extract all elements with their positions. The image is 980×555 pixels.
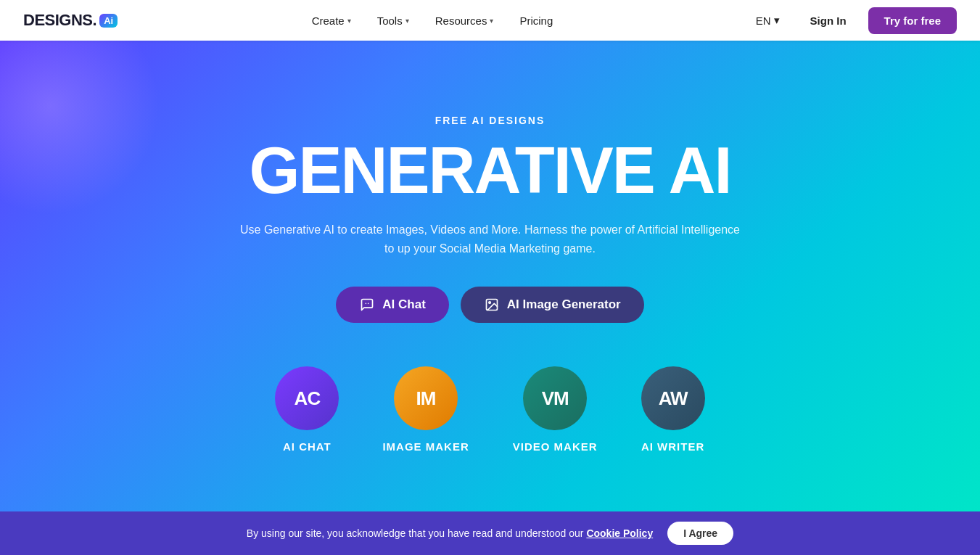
chevron-down-icon: ▾ [405,17,409,25]
nav-resources[interactable]: Resources ▾ [425,10,504,31]
logo-text: DESIGNS. [23,11,96,30]
svg-rect-1 [368,303,369,305]
ai-image-generator-button[interactable]: AI Image Generator [461,287,644,323]
svg-point-3 [489,302,491,304]
hero-buttons: AI Chat AI Image Generator [336,287,643,323]
image-icon [484,297,500,313]
tool-circle-vm: VM [523,366,587,430]
logo-badge: Ai [99,14,118,28]
nav-right: EN ▾ Sign In Try for free [747,7,957,34]
hero-description: Use Generative AI to create Images, Vide… [236,221,744,258]
tool-label-im: IMAGE MAKER [382,440,469,453]
tool-label-aw: AI WRITER [641,440,704,453]
svg-rect-0 [366,303,367,305]
tool-image-maker[interactable]: IM IMAGE MAKER [382,366,469,453]
tool-label-vm: VIDEO MAKER [513,440,598,453]
chevron-down-icon: ▾ [774,14,780,27]
tool-ai-chat[interactable]: AC AI CHAT [275,366,339,453]
tool-circle-im: IM [394,366,458,430]
navbar: DESIGNS. Ai Create ▾ Tools ▾ Resources ▾… [0,0,980,41]
chevron-down-icon: ▾ [490,17,493,25]
language-selector[interactable]: EN ▾ [747,9,788,31]
chat-icon [359,297,375,313]
signin-button[interactable]: Sign In [797,9,860,33]
tool-label-ac: AI CHAT [283,440,332,453]
ai-image-label: AI Image Generator [507,297,621,312]
cookie-banner: By using our site, you acknowledge that … [0,511,980,512]
tool-ai-writer[interactable]: AW AI WRITER [641,366,705,453]
chevron-down-icon: ▾ [347,17,351,25]
ai-chat-label: AI Chat [382,297,426,312]
logo[interactable]: DESIGNS. Ai [23,11,118,30]
hero-subtitle: FREE AI DESIGNS [435,115,545,126]
tool-circle-ac: AC [275,366,339,430]
hero-title: GENERATIVE AI [249,138,730,203]
try-free-button[interactable]: Try for free [868,7,957,34]
tool-video-maker[interactable]: VM VIDEO MAKER [513,366,598,453]
nav-pricing[interactable]: Pricing [509,10,563,31]
ai-chat-button[interactable]: AI Chat [336,287,449,323]
nav-create[interactable]: Create ▾ [302,10,361,31]
hero-section: FREE AI DESIGNS GENERATIVE AI Use Genera… [0,41,980,512]
nav-tools[interactable]: Tools ▾ [367,10,419,31]
tools-row: AC AI CHAT IM IMAGE MAKER VM VIDEO MAKER… [246,366,733,453]
nav-links: Create ▾ Tools ▾ Resources ▾ Pricing [302,10,564,31]
tool-circle-aw: AW [641,366,705,430]
